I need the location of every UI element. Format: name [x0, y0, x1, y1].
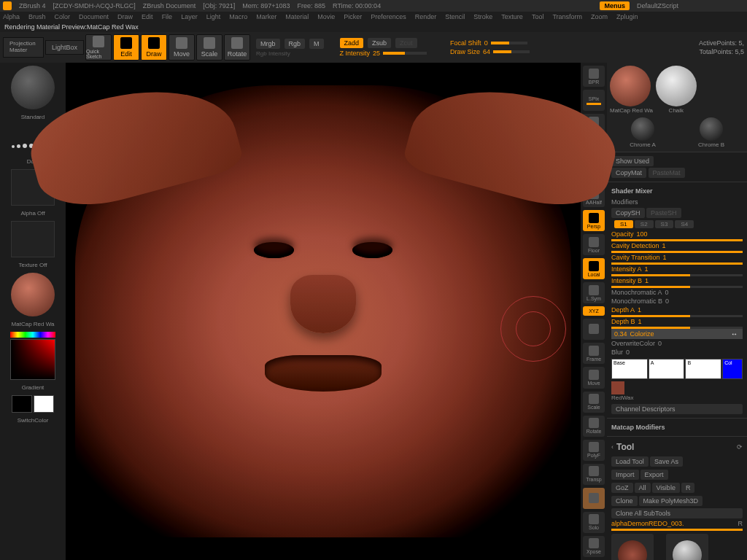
zadd-button[interactable]: Zadd: [340, 38, 364, 48]
local-button[interactable]: Local: [583, 258, 605, 279]
swatch-b[interactable]: B: [685, 359, 721, 379]
menu-texture[interactable]: Texture: [501, 13, 523, 20]
menu-stroke[interactable]: Stroke: [473, 13, 492, 20]
pastemat-button[interactable]: PasteMat: [649, 168, 685, 178]
show-used-button[interactable]: Show Used: [611, 156, 654, 166]
draw-size-slider[interactable]: [493, 50, 530, 53]
shader-tab-s4[interactable]: S4: [675, 220, 694, 228]
z-intensity-slider[interactable]: [383, 52, 427, 55]
move-button[interactable]: Move: [169, 34, 195, 61]
menu-zoom[interactable]: Zoom: [591, 13, 608, 20]
menu-tool[interactable]: Tool: [532, 13, 544, 20]
zcut-button[interactable]: Zcut: [395, 38, 417, 48]
xyz-button[interactable]: XYZ: [583, 306, 605, 316]
menu-file[interactable]: File: [162, 13, 173, 20]
menu-material[interactable]: Material: [285, 13, 309, 20]
focal-shift-slider[interactable]: [491, 42, 527, 44]
draw-button[interactable]: Draw: [141, 34, 167, 61]
texture-slot[interactable]: [11, 221, 55, 257]
brush-preview[interactable]: [11, 66, 55, 109]
subtool-demon[interactable]: [611, 534, 654, 560]
intensity-b-slider[interactable]: Intensity B 1: [611, 276, 743, 285]
menus-button[interactable]: Menus: [600, 1, 630, 10]
menu-zplugin[interactable]: Zplugin: [616, 13, 638, 20]
mono-a-slider[interactable]: Monochromatic A 0: [611, 288, 743, 297]
refresh-icon[interactable]: ⟳: [737, 443, 743, 451]
menu-color[interactable]: Color: [55, 13, 71, 20]
save-as-button[interactable]: Save As: [650, 456, 683, 467]
make-polymesh-button[interactable]: Make PolyMesh3D: [639, 496, 703, 506]
cavity-detection-slider[interactable]: Cavity Detection 1: [611, 241, 743, 250]
intensity-a-slider[interactable]: Intensity A 1: [611, 265, 743, 273]
menu-macro[interactable]: Macro: [229, 13, 247, 20]
edit-button[interactable]: Edit: [113, 34, 139, 61]
projection-master-button[interactable]: Projection Master: [3, 37, 44, 58]
ghost-button[interactable]: [583, 488, 605, 509]
quick-sketch-button[interactable]: Quick Sketch: [85, 34, 112, 61]
xpose-button[interactable]: Xpose: [583, 536, 605, 557]
material-chrome-a[interactable]: [631, 117, 654, 141]
clone-button[interactable]: Clone: [611, 496, 638, 506]
pastesh-button[interactable]: PasteSH: [646, 208, 681, 218]
rotate-vp-button[interactable]: Rotate: [583, 416, 605, 437]
goz-all-button[interactable]: All: [635, 483, 651, 493]
copymat-button[interactable]: CopyMat: [611, 168, 646, 178]
shader-tab-s2[interactable]: S2: [635, 220, 654, 228]
goz-visible-button[interactable]: Visible: [652, 483, 680, 493]
material-chalk[interactable]: [656, 66, 697, 106]
persp-button[interactable]: Persp: [583, 210, 605, 231]
menu-draw[interactable]: Draw: [117, 13, 133, 20]
material-preview[interactable]: [11, 273, 55, 316]
scale-vp-button[interactable]: Scale: [583, 392, 605, 413]
material-redwax[interactable]: [610, 66, 651, 106]
scale-button[interactable]: Scale: [196, 34, 222, 61]
menu-light[interactable]: Light: [206, 13, 221, 20]
menu-render[interactable]: Render: [415, 13, 437, 20]
cavity-transition-slider[interactable]: Cavity Transition 1: [611, 253, 743, 262]
switch-color-label[interactable]: SwitchColor: [18, 417, 49, 424]
color-swatch-white[interactable]: [34, 395, 54, 413]
mono-b-slider[interactable]: Monochromatic B 0: [611, 297, 743, 306]
blur-slider[interactable]: Blur 0: [611, 348, 743, 357]
opacity-slider[interactable]: Opacity 100: [611, 230, 743, 238]
rgb-button[interactable]: Rgb: [285, 39, 306, 49]
zsub-button[interactable]: Zsub: [368, 38, 391, 48]
menu-edit[interactable]: Edit: [142, 13, 153, 20]
menu-stencil[interactable]: Stencil: [445, 13, 465, 20]
load-tool-button[interactable]: Load Tool: [611, 456, 649, 467]
export-button[interactable]: Export: [640, 470, 668, 480]
depth-b-slider[interactable]: Depth B 1: [611, 317, 743, 326]
grid-button[interactable]: [583, 319, 605, 340]
menu-alpha[interactable]: Alpha: [3, 13, 20, 20]
menu-transform[interactable]: Transform: [552, 13, 582, 20]
m-button[interactable]: M: [309, 39, 324, 49]
import-button[interactable]: Import: [611, 470, 639, 480]
goz-button[interactable]: GoZ: [611, 483, 633, 493]
menu-marker[interactable]: Marker: [256, 13, 276, 20]
colorize-slider[interactable]: 0.34 Colorize↔: [611, 329, 743, 339]
color-picker[interactable]: [10, 339, 55, 380]
frame-button[interactable]: Frame: [583, 343, 605, 364]
menu-picker[interactable]: Picker: [344, 13, 362, 20]
goz-r-button[interactable]: R: [681, 483, 695, 493]
spix-button[interactable]: SPix: [583, 90, 605, 111]
swatch-base[interactable]: Base: [611, 359, 648, 379]
bpr-button[interactable]: BPR: [583, 66, 605, 87]
move-vp-button[interactable]: Move: [583, 367, 605, 388]
clone-subtools-button[interactable]: Clone All SubTools: [611, 508, 743, 518]
menu-preferences[interactable]: Preferences: [371, 13, 406, 20]
mrgb-button[interactable]: Mrgb: [256, 39, 280, 49]
menu-movie[interactable]: Movie: [317, 13, 335, 20]
lsym-button[interactable]: L.Sym: [583, 282, 605, 303]
swatch-col[interactable]: Col: [722, 359, 743, 379]
polyf-button[interactable]: PolyF: [583, 440, 605, 461]
lightbox-button[interactable]: LightBox: [45, 40, 84, 55]
chevron-left-icon[interactable]: ‹: [611, 443, 614, 451]
color-swatch-black[interactable]: [12, 395, 32, 413]
menu-brush[interactable]: Brush: [28, 13, 46, 20]
hue-strip[interactable]: [10, 332, 55, 338]
transp-button[interactable]: Transp: [583, 464, 605, 485]
redwax-swatch[interactable]: [611, 381, 624, 394]
solo-button[interactable]: Solo: [583, 512, 605, 533]
depth-a-slider[interactable]: Depth A 1: [611, 306, 743, 314]
